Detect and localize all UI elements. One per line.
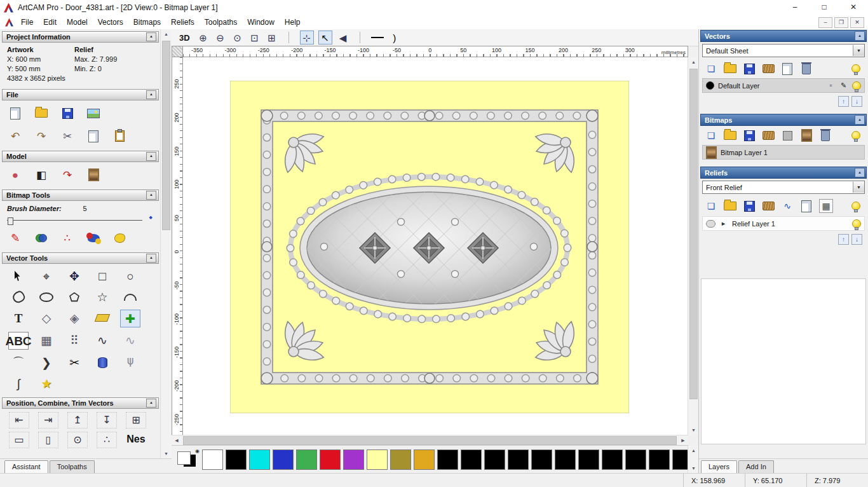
flood-fill-icon[interactable] [111,230,128,246]
block-copy-tool[interactable]: ⠿ [65,332,84,348]
collapse-reliefs-button[interactable]: ▲ [855,168,865,177]
tab-layers[interactable]: Layers [701,460,737,474]
create-polygon-tool[interactable] [65,289,84,305]
fit-curve-tool[interactable]: ∿ [93,332,112,348]
palette-swatch-black[interactable] [226,449,247,470]
spray-icon[interactable]: ∴ [59,230,76,246]
menu-file[interactable]: File [16,17,38,28]
create-polyline-tool[interactable] [9,289,28,305]
new-vector-layer-icon[interactable] [781,62,794,75]
create-star-tool[interactable]: ☆ [93,289,112,305]
redo-icon[interactable]: ↷ [33,128,50,144]
palette-swatch-black-10[interactable] [649,449,670,470]
fillet-tool[interactable] [93,310,112,326]
offset-vectors-tool[interactable]: ◈ [65,310,84,326]
wrap-star-tool[interactable]: ★ [37,375,56,392]
new-relief-sheet-icon[interactable] [800,200,813,212]
child-restore-icon[interactable]: ❐ [834,17,848,28]
delete-bitmap-layer-icon[interactable] [819,129,832,142]
join-vectors-tool[interactable]: ❯ [37,354,56,371]
zoom-in-icon[interactable]: ⊕ [197,31,210,44]
create-arc-tool[interactable] [121,289,140,305]
scatter-icon[interactable]: ∴ [97,432,117,448]
palette-swatch-black-6[interactable] [555,449,576,470]
invert-relief-icon[interactable]: ◧ [33,167,50,183]
layer-visibility-bulb-icon[interactable] [851,81,861,90]
palette-swatch-pale-yellow[interactable] [367,449,388,470]
palette-swatch-black-3[interactable] [484,449,505,470]
chevron-down-icon[interactable]: ▼ [853,45,864,56]
layer-colour-dot[interactable] [706,81,714,90]
collapse-bitmap-tools-button[interactable]: ▲ [146,191,156,200]
align-horizontal-icon[interactable]: ▭ [9,432,29,448]
snap-grid-toggle[interactable]: ⊹ [300,31,314,45]
palette-swatch-black-5[interactable] [531,449,552,470]
move-layer-up-icon[interactable]: ↑ [838,96,849,107]
palette-icon[interactable] [85,230,102,246]
collapse-position-button[interactable]: ▲ [146,399,156,408]
save-relief-icon[interactable] [743,200,756,212]
align-top-icon[interactable]: ↥ [67,412,88,429]
merge-layers-icon[interactable] [762,62,775,75]
relief-dropdown[interactable]: Front Relief ▼ [702,181,865,194]
copy-icon[interactable] [85,128,102,144]
transform-vectors-tool[interactable]: ✥ [65,268,84,284]
select-cursor-toggle[interactable]: ↖ [318,31,332,45]
palette-scrollbar[interactable]: ▲ ▼ [688,446,699,474]
toggle-all-bitmaps-icon[interactable] [850,129,862,142]
toggle-all-reliefs-icon[interactable] [850,200,862,212]
save-bitmap-icon[interactable] [743,129,756,142]
collapse-vectors-button[interactable]: ▲ [855,31,865,41]
collapse-vector-tools-button[interactable]: ▲ [146,254,156,263]
close-button[interactable]: ✕ [839,0,868,15]
maximize-button[interactable]: □ [810,0,839,15]
bitmap-image-icon[interactable] [800,129,813,142]
delete-vector-layer-icon[interactable] [800,62,813,75]
palette-swatch-green[interactable] [296,449,317,470]
section-profile-tool[interactable]: ∫ [9,375,28,392]
canvas-vertical-scrollbar[interactable]: ▲ ▼ [688,57,699,436]
minimize-button[interactable]: – [780,0,810,15]
center-in-page-icon[interactable]: ⊞ [126,412,146,429]
branch-tool[interactable]: ⋔ [121,354,140,371]
view-3d-button[interactable]: 3D [177,32,193,43]
cut-vector-tool[interactable]: ✂ [65,354,84,371]
scroll-up-arrow[interactable]: ▲ [161,29,172,39]
import-image-icon[interactable] [85,105,102,121]
save-sheet-icon[interactable] [743,62,756,75]
palette-swatch-black-7[interactable] [578,449,599,470]
collapse-project-information-button[interactable]: ▲ [146,32,156,41]
zoom-back-icon[interactable]: ◀ [337,31,349,44]
move-relief-up-icon[interactable]: ↑ [838,234,849,245]
menu-model[interactable]: Model [62,17,93,28]
envelope-distort-tool[interactable]: ▦ [37,332,56,348]
scroll-left-arrow[interactable]: ◀ [172,436,182,446]
move-layer-down-icon[interactable]: ↓ [851,96,862,107]
palette-swatch-cyan[interactable] [249,449,270,470]
menu-bitmaps[interactable]: Bitmaps [128,17,166,28]
greyscale-chip-icon[interactable] [781,129,794,142]
scroll-down-arrow[interactable]: ▼ [688,463,699,474]
measure-tool[interactable]: ◇ [37,310,56,326]
palette-swatch-blue[interactable] [273,449,294,470]
chevron-down-icon[interactable]: ▼ [853,182,864,193]
group-vectors-icon[interactable]: ⊙ [67,432,88,448]
merge-bitmaps-icon[interactable] [762,129,775,142]
zoom-out-icon[interactable]: ⊖ [214,31,227,44]
smooth-curve-tool[interactable]: ∿ [121,332,140,348]
collapse-model-button[interactable]: ▲ [146,152,156,161]
zoom-previous-icon[interactable]: ⊙ [231,31,244,44]
scroll-up-arrow[interactable]: ▲ [688,57,699,67]
relief-grid-icon[interactable]: ▦ [819,199,833,213]
new-model-icon[interactable] [7,105,24,121]
open-file-icon[interactable] [33,105,50,121]
collapse-file-button[interactable]: ▲ [146,90,156,99]
offset-model-icon[interactable]: ↷ [59,167,76,183]
primary-colour-swatch[interactable]: ◉ [177,449,200,470]
expand-relief-layer-icon[interactable]: ▸ [719,219,728,228]
create-text-tool[interactable]: T [9,310,28,326]
scrollbar-thumb[interactable] [183,436,677,445]
menu-edit[interactable]: Edit [38,17,62,28]
menu-reliefs[interactable]: Reliefs [166,17,200,28]
vector-sheet-dropdown[interactable]: Default Sheet ▼ [702,44,865,57]
